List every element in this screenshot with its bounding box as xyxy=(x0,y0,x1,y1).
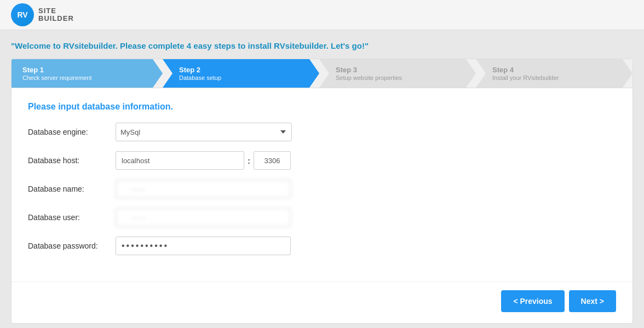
step-3-label: Setup website properties xyxy=(336,74,402,81)
engine-label: Database engine: xyxy=(28,128,116,136)
password-label: Database password: xyxy=(28,241,116,250)
logo: RV SITE BUILDER xyxy=(11,3,74,26)
step-4-number: Step 4 xyxy=(492,66,559,74)
step-4: Step 4 Install your RVsitebuilder xyxy=(476,59,633,88)
previous-button[interactable]: < Previous xyxy=(501,290,564,312)
name-row: Database name: xyxy=(28,180,616,198)
host-port-separator: : xyxy=(248,156,250,165)
step-1: Step 1 Check server requirement xyxy=(12,59,163,88)
name-label: Database name: xyxy=(28,185,116,193)
port-input[interactable] xyxy=(254,151,291,170)
buttons-area: < Previous Next > xyxy=(12,281,633,323)
app-header: RV SITE BUILDER xyxy=(0,0,644,30)
form-title: Please input database information. xyxy=(28,102,616,112)
wizard-card: Step 1 Check server requirement Step 2 D… xyxy=(11,59,633,324)
logo-text-block: SITE BUILDER xyxy=(38,7,74,23)
main-container: "Welcome to RVsitebuilder. Please comple… xyxy=(0,30,644,328)
logo-builder: BUILDER xyxy=(38,15,74,22)
host-input[interactable] xyxy=(116,151,244,170)
user-input[interactable] xyxy=(116,208,291,227)
step-3: Step 3 Setup website properties xyxy=(319,59,476,88)
user-row: Database user: xyxy=(28,208,616,227)
host-port-group: : xyxy=(116,151,291,170)
host-row: Database host: : xyxy=(28,151,616,170)
step-2-label: Database setup xyxy=(179,74,221,81)
step-2: Step 2 Database setup xyxy=(163,59,319,88)
step-2-number: Step 2 xyxy=(179,66,221,74)
step-3-number: Step 3 xyxy=(336,66,402,74)
next-button[interactable]: Next > xyxy=(569,290,616,312)
logo-site: SITE xyxy=(38,7,74,15)
form-area: Please input database information. Datab… xyxy=(12,88,633,281)
host-label: Database host: xyxy=(28,156,116,165)
password-row: Database password: xyxy=(28,237,616,255)
user-label: Database user: xyxy=(28,213,116,222)
password-input[interactable] xyxy=(116,237,291,255)
step-4-label: Install your RVsitebuilder xyxy=(492,74,559,81)
engine-row: Database engine: MySql PostgreSQL SQLite xyxy=(28,123,616,141)
engine-select[interactable]: MySql PostgreSQL SQLite xyxy=(116,123,292,141)
step-1-label: Check server requirement xyxy=(22,74,92,81)
welcome-text: "Welcome to RVsitebuilder. Please comple… xyxy=(11,41,633,50)
logo-rv-text: RV xyxy=(17,10,27,19)
steps-bar: Step 1 Check server requirement Step 2 D… xyxy=(12,59,633,88)
name-input[interactable] xyxy=(116,180,291,198)
logo-icon: RV xyxy=(11,3,34,26)
step-1-number: Step 1 xyxy=(22,66,92,74)
